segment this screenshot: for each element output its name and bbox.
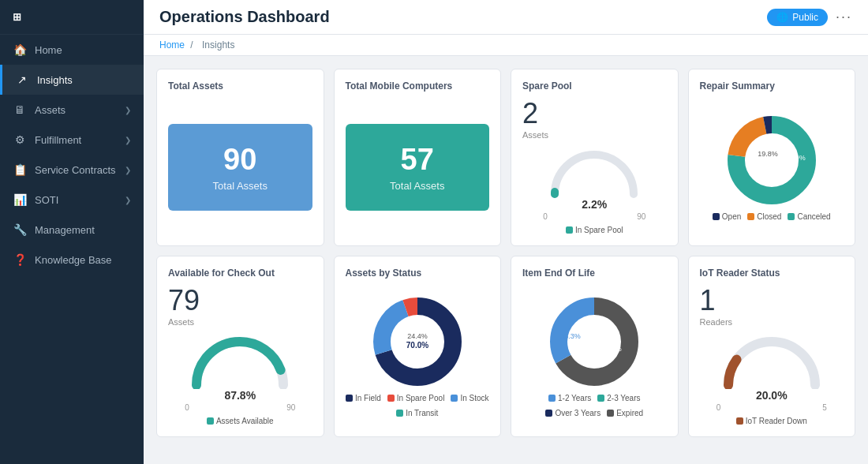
total-mobile-value: 57: [401, 143, 434, 177]
chevron-icon: ❯: [125, 136, 131, 144]
chevron-icon: ❯: [125, 166, 131, 174]
spare-pool-gauge-svg: [543, 143, 645, 198]
item-eol-title: Item End Of Life: [522, 268, 667, 279]
sidebar-item-label: Fulfillment: [35, 134, 81, 146]
sidebar-item-management[interactable]: 🔧 Management: [0, 215, 144, 245]
sidebar-item-service-contracts[interactable]: 📋 Service Contracts ❯: [0, 155, 144, 185]
sidebar-item-label: Insights: [37, 74, 73, 86]
iot-reader-title: IoT Reader Status: [700, 268, 844, 279]
breadcrumb-current: Insights: [202, 39, 234, 51]
checkout-gauge: 87.8% 0 90 Assets Available: [185, 330, 295, 425]
checkout-gauge-value: 87.8%: [224, 389, 256, 402]
public-badge[interactable]: 🌐 Public: [767, 9, 828, 26]
repair-summary-body: 19.8% 76.9% Open Closed: [700, 99, 844, 234]
checkout-title: Available for Check Out: [168, 268, 312, 279]
dashboard-content: Total Assets 90 Total Assets Total Mobil…: [144, 56, 868, 464]
repair-donut-svg: 19.8% 76.9%: [724, 113, 819, 208]
iot-gauge-svg: [716, 330, 827, 389]
sidebar-item-soti[interactable]: 📊 SOTI ❯: [0, 185, 144, 215]
legend-label: In Spare Pool: [575, 226, 623, 234]
management-icon: 🔧: [13, 223, 27, 236]
checkout-card: Available for Check Out 79 Assets 87.8%: [156, 256, 324, 437]
legend-dot-open: [713, 213, 720, 220]
iot-reader-body: 1 Readers 20.0% 0 5: [700, 286, 844, 425]
assets-icon: 🖥: [13, 103, 27, 116]
dashboard-grid: Total Assets 90 Total Assets Total Mobil…: [156, 69, 855, 437]
item-eol-body: 33.3% 66.7% 1-2 Years 2-3 Years: [522, 286, 667, 425]
sidebar-item-label: Knowledge Base: [35, 254, 112, 266]
sidebar-item-knowledge-base[interactable]: ❓ Knowledge Base: [0, 245, 144, 275]
repair-summary-card: Repair Summary 19.8% 76.9%: [688, 69, 856, 246]
iot-axis: 0 5: [716, 403, 827, 412]
total-assets-body: 90 Total Assets: [168, 99, 312, 234]
sidebar-item-label: Assets: [35, 104, 65, 116]
sidebar-item-label: Service Contracts: [35, 164, 116, 176]
status-donut-svg: 24.4% 70.0%: [370, 294, 465, 389]
page-title: Operations Dashboard: [159, 8, 330, 26]
sidebar-item-home[interactable]: 🏠 Home: [0, 35, 144, 65]
legend-canceled: Canceled: [788, 212, 830, 221]
repair-summary-title: Repair Summary: [700, 80, 844, 92]
total-assets-box: 90 Total Assets: [168, 124, 312, 211]
spare-pool-value: 2: [522, 97, 538, 129]
iot-legend: IoT Reader Down: [736, 417, 807, 425]
total-mobile-label: Total Assets: [390, 180, 444, 192]
total-assets-value: 90: [223, 143, 256, 177]
iot-reader-card: IoT Reader Status 1 Readers 20.0% 0: [688, 256, 856, 437]
spare-pool-title: Spare Pool: [522, 80, 667, 92]
svg-text:76.9%: 76.9%: [785, 154, 806, 162]
legend-closed: Closed: [747, 212, 781, 221]
repair-legend: Open Closed Canceled: [713, 212, 831, 221]
spare-pool-card: Spare Pool 2 Assets 2.2% 0: [511, 69, 679, 246]
total-assets-card: Total Assets 90 Total Assets: [156, 69, 324, 246]
sidebar-logo: ⊞: [0, 0, 144, 35]
eol-donut-svg: 33.3% 66.7%: [547, 294, 642, 389]
home-icon: 🏠: [13, 43, 27, 56]
chevron-icon: ❯: [125, 196, 131, 204]
svg-text:33.3%: 33.3%: [560, 332, 581, 340]
topbar-right: 🌐 Public ···: [767, 9, 852, 26]
status-legend: In Field In Spare Pool In Stock In: [346, 394, 490, 417]
sidebar-item-insights[interactable]: ↗ Insights: [0, 65, 144, 95]
legend-dot-closed: [747, 213, 754, 220]
assets-by-status-title: Assets by Status: [346, 268, 490, 279]
spare-pool-gauge-value: 2.2%: [582, 198, 607, 211]
svg-point-14: [568, 316, 620, 368]
spare-pool-axis: 0 90: [543, 212, 645, 221]
spare-pool-legend: In Spare Pool: [566, 226, 623, 234]
legend-available: Assets Available: [207, 417, 274, 425]
spare-pool-gauge: 2.2% 0 90 In Spare Pool: [543, 143, 645, 234]
legend-dot-canceled: [788, 213, 795, 220]
item-eol-card: Item End Of Life 33.3% 66.7% 1-2 Years: [511, 256, 679, 437]
checkout-sub: Assets: [168, 317, 200, 327]
checkout-legend: Assets Available: [207, 417, 274, 425]
total-mobile-card: Total Mobile Computers 57 Total Assets: [334, 69, 502, 246]
total-mobile-body: 57 Total Assets: [346, 99, 490, 234]
soti-icon: 📊: [13, 193, 27, 206]
svg-text:24.4%: 24.4%: [407, 332, 428, 340]
sidebar-item-label: SOTI: [35, 194, 58, 206]
iot-reader-gauge: 20.0% 0 5 IoT Reader Down: [716, 330, 827, 425]
assets-by-status-body: 24.4% 70.0% In Field In Spare Pool: [346, 286, 490, 425]
total-mobile-box: 57 Total Assets: [346, 124, 490, 211]
chevron-icon: ❯: [125, 106, 131, 114]
knowledge-base-icon: ❓: [13, 253, 27, 266]
more-button[interactable]: ···: [836, 9, 852, 25]
breadcrumb-separator: /: [190, 39, 196, 51]
total-assets-title: Total Assets: [168, 80, 312, 92]
sidebar-item-assets[interactable]: 🖥 Assets ❯: [0, 95, 144, 125]
checkout-gauge-svg: [185, 330, 295, 389]
logo-icon: ⊞: [13, 11, 21, 23]
insights-icon: ↗: [15, 73, 29, 86]
fulfillment-icon: ⚙: [13, 133, 27, 146]
public-label: Public: [792, 12, 818, 23]
breadcrumb-home[interactable]: Home: [159, 39, 185, 51]
legend-open: Open: [713, 212, 741, 221]
sidebar-item-fulfillment[interactable]: ⚙ Fulfillment ❯: [0, 125, 144, 155]
breadcrumb: Home / Insights: [144, 35, 868, 56]
spare-pool-sub: Assets: [522, 130, 548, 140]
svg-text:66.7%: 66.7%: [601, 345, 622, 353]
service-contracts-icon: 📋: [13, 163, 27, 176]
svg-text:19.8%: 19.8%: [758, 150, 778, 158]
iot-reader-sub: Readers: [700, 317, 733, 327]
